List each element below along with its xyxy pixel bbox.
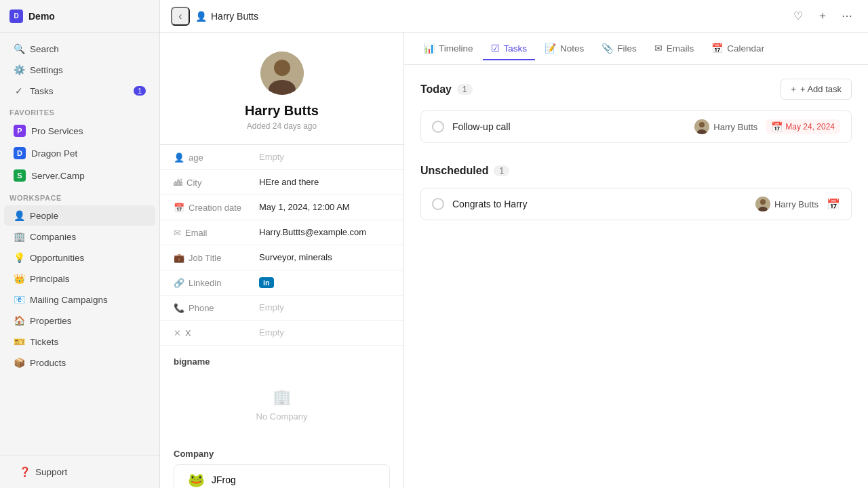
task-item: Congrats to Harry Harry Butts: [420, 188, 852, 220]
sidebar-item-principals[interactable]: 👑 Principals: [4, 268, 155, 289]
field-city: 🏙 City HEre and there: [160, 170, 403, 195]
linkedin-badge[interactable]: in: [259, 277, 274, 288]
unscheduled-count: 1: [494, 165, 509, 176]
sidebar-bottom: ❓ Support: [0, 455, 159, 488]
pro-services-icon: P: [14, 125, 26, 137]
tab-notes[interactable]: 📝 Notes: [536, 37, 592, 60]
today-label: Today: [420, 83, 452, 96]
add-task-plus-icon: +: [791, 84, 796, 94]
sidebar-settings-label: Settings: [30, 65, 63, 75]
x-value[interactable]: Empty: [259, 327, 390, 338]
unscheduled-calendar-icon[interactable]: 📅: [827, 198, 840, 211]
task-item: Follow-up call Harry Butts: [420, 110, 852, 143]
job-title-label: Job Title: [189, 253, 221, 263]
calendar-tab-icon: 📅: [711, 43, 723, 54]
tabs: 📊 Timeline ☑ Tasks 📝 Notes 📎 Files ✉: [404, 33, 868, 65]
favorite-button[interactable]: ♡: [788, 6, 808, 26]
sidebar-item-search[interactable]: 🔍 Search: [4, 39, 155, 59]
tab-files[interactable]: 📎 Files: [593, 37, 645, 60]
creation-date-icon: 📅: [174, 203, 184, 213]
sidebar-item-companies[interactable]: 🏢 Companies: [4, 226, 155, 247]
sidebar-item-pro-services[interactable]: P Pro Services: [4, 120, 155, 142]
topbar: ‹ 👤 Harry Butts ♡ ＋ ⋯: [160, 0, 868, 33]
sidebar-dragon-pet-label: Dragon Pet: [31, 148, 77, 159]
field-creation-date: 📅 Creation date May 1, 2024, 12:00 AM: [160, 195, 403, 220]
tab-emails-label: Emails: [667, 43, 694, 54]
sidebar-item-support[interactable]: ❓ Support: [9, 462, 150, 482]
sidebar-item-dragon-pet[interactable]: D Dragon Pet: [4, 142, 155, 164]
tasks-tab-icon: ☑: [491, 43, 500, 54]
back-button[interactable]: ‹: [171, 7, 190, 26]
city-value[interactable]: HEre and there: [259, 177, 390, 187]
avatar: [260, 52, 304, 95]
profile-panel: Harry Butts Added 24 days ago 👤 age Empt…: [160, 33, 404, 488]
tab-files-label: Files: [617, 43, 637, 54]
task-checkbox[interactable]: [432, 198, 444, 210]
more-button[interactable]: ⋯: [837, 6, 857, 26]
sidebar-item-tasks[interactable]: ✓ Tasks 1: [4, 81, 155, 101]
x-icon: ✕: [174, 328, 181, 338]
sidebar-item-products[interactable]: 📦 Products: [4, 352, 155, 373]
add-task-label: + Add task: [800, 84, 842, 94]
sidebar-item-mailing-campaigns[interactable]: 📧 Mailing Campaigns: [4, 289, 155, 310]
people-icon: 👤: [14, 210, 24, 221]
company-name: JFrog: [212, 474, 236, 485]
sidebar-item-server-camp[interactable]: S Server.Camp: [4, 165, 155, 186]
field-age: 👤 age Empty: [160, 145, 403, 170]
field-email: ✉ Email Harry.Buttts@example.com: [160, 220, 403, 245]
company-item-jfrog[interactable]: 🐸 JFrog: [174, 464, 390, 488]
company-logo: 🐸: [188, 472, 205, 488]
tab-tasks[interactable]: ☑ Tasks: [483, 37, 536, 60]
tickets-icon: 🎫: [14, 336, 24, 347]
properties-icon: 🏠: [14, 315, 24, 326]
svg-point-7: [760, 199, 766, 205]
sidebar-support-label: Support: [35, 467, 67, 477]
sidebar-item-opportunities[interactable]: 💡 Opportunities: [4, 247, 155, 268]
sidebar-item-people[interactable]: 👤 People: [4, 205, 155, 226]
tab-calendar-label: Calendar: [727, 43, 764, 54]
sidebar-item-tickets[interactable]: 🎫 Tickets: [4, 331, 155, 352]
task-assignee-avatar: [755, 197, 770, 211]
linkedin-value[interactable]: in: [259, 277, 390, 288]
today-section-header: Today 1 + + Add task: [420, 79, 852, 100]
add-button[interactable]: ＋: [812, 6, 833, 26]
job-title-value[interactable]: Surveyor, minerals: [259, 252, 390, 262]
no-company: 🏢 No Company: [160, 372, 403, 438]
sidebar-item-settings[interactable]: ⚙️ Settings: [4, 60, 155, 80]
add-task-button[interactable]: + + Add task: [781, 79, 852, 100]
tasks-icon: ✓: [14, 85, 24, 96]
tab-calendar[interactable]: 📅 Calendar: [703, 37, 772, 60]
tab-tasks-label: Tasks: [504, 43, 528, 54]
emails-tab-icon: ✉: [654, 43, 663, 54]
sidebar-properties-label: Properties: [30, 316, 72, 326]
job-title-icon: 💼: [174, 253, 184, 263]
companies-icon: 🏢: [14, 231, 24, 242]
no-company-icon: 🏢: [273, 388, 291, 406]
timeline-tab-icon: 📊: [423, 43, 435, 54]
task-checkbox[interactable]: [432, 121, 444, 133]
support-icon: ❓: [19, 466, 30, 477]
email-value[interactable]: Harry.Buttts@example.com: [259, 227, 390, 237]
task-assignee: Harry Butts: [694, 119, 757, 134]
search-icon: 🔍: [14, 43, 24, 54]
task-label: Congrats to Harry: [452, 199, 747, 209]
email-icon: ✉: [174, 228, 181, 238]
tab-timeline[interactable]: 📊 Timeline: [415, 37, 481, 60]
tab-emails[interactable]: ✉ Emails: [646, 37, 703, 60]
tab-timeline-label: Timeline: [439, 43, 473, 54]
files-tab-icon: 📎: [601, 43, 613, 54]
creation-date-value: May 1, 2024, 12:00 AM: [259, 202, 390, 212]
phone-value[interactable]: Empty: [259, 302, 390, 312]
age-value[interactable]: Empty: [259, 152, 390, 162]
tasks-badge: 1: [134, 86, 146, 96]
sidebar-pro-services-label: Pro Services: [31, 126, 83, 136]
sidebar-item-properties[interactable]: 🏠 Properties: [4, 310, 155, 331]
sidebar-principals-label: Principals: [30, 274, 70, 284]
unscheduled-section-header: Unscheduled 1: [420, 165, 852, 177]
app-logo[interactable]: D Demo: [0, 0, 159, 33]
bigname-section-title: bigname: [160, 346, 403, 372]
linkedin-icon: 🔗: [174, 278, 184, 288]
age-icon: 👤: [174, 152, 184, 163]
company-section-title: Company: [160, 438, 403, 464]
profile-name: Harry Butts: [245, 103, 319, 119]
